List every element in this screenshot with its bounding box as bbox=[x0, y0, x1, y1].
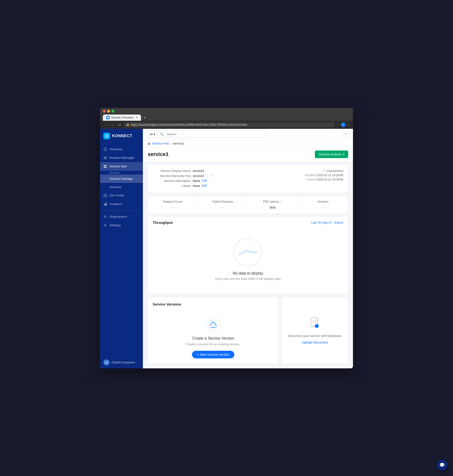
service-actions-button[interactable]: Service Actions ▾ bbox=[315, 150, 348, 158]
labels-value: None bbox=[193, 184, 200, 188]
browser-tab[interactable]: Service | Konnect ✕ bbox=[103, 115, 141, 121]
svg-point-17 bbox=[206, 317, 220, 331]
chart-circle bbox=[234, 238, 262, 266]
overview-label: Overview bbox=[110, 147, 122, 151]
description-edit-link[interactable]: Edit bbox=[202, 179, 207, 182]
service-package-label: Service Package bbox=[110, 177, 133, 181]
created-row: Created 2023-01-11 19:29:40 bbox=[306, 178, 343, 181]
svg-point-2 bbox=[104, 148, 107, 151]
new-version-label: + New service version bbox=[197, 353, 229, 357]
sidebar-item-overview[interactable]: Overview bbox=[100, 145, 143, 154]
sidebar-item-dev-portal[interactable]: Dev Portal bbox=[100, 191, 143, 200]
svg-rect-11 bbox=[104, 204, 105, 205]
runtime-manager-icon bbox=[103, 156, 107, 160]
breadcrumb-service-hub[interactable]: Service Hub bbox=[152, 142, 169, 145]
sidebar-item-settings[interactable]: Settings bbox=[100, 221, 143, 230]
tab-close-btn[interactable]: ✕ bbox=[135, 116, 138, 119]
discovery-key-label: Service Discovery Key bbox=[153, 174, 191, 178]
doc-card: ↑ Document your service with Markdown Up… bbox=[282, 297, 348, 364]
sidebar-item-versions[interactable]: Versions bbox=[100, 183, 143, 191]
svg-text:↑: ↑ bbox=[316, 325, 318, 327]
info-right-panel: ✕ Unpublished Modified 2023-01-11 19:29:… bbox=[248, 169, 343, 189]
description-value: None bbox=[193, 179, 200, 183]
failed-requests-value: — bbox=[202, 205, 244, 210]
service-hub-label: Service Hub bbox=[110, 165, 127, 168]
minimize-dot[interactable] bbox=[107, 110, 110, 113]
profile-avatar[interactable]: C bbox=[341, 122, 346, 127]
throughput-actions: Last 30 days ▾ Export bbox=[311, 221, 343, 224]
labels-row: Labels None Edit bbox=[153, 184, 248, 188]
sidebar: KONNECT Overview Runtime Manager bbox=[100, 129, 143, 368]
forward-button[interactable]: → bbox=[110, 122, 115, 127]
page-title: service1 bbox=[148, 151, 169, 157]
breadcrumb-sep-2: › bbox=[185, 142, 186, 145]
search-input[interactable] bbox=[165, 131, 266, 137]
display-name-label: Service Display Name bbox=[153, 169, 191, 173]
svg-point-1 bbox=[106, 135, 107, 136]
service-versions-card: Service Versions Create a Service Versio… bbox=[148, 297, 279, 364]
upload-document-link[interactable]: Upload document bbox=[302, 341, 328, 344]
bookmark-icon[interactable]: ☆ bbox=[337, 123, 340, 126]
user-profile[interactable]: CA Claudio Acquaviva bbox=[103, 359, 140, 365]
svg-rect-8 bbox=[106, 167, 107, 168]
svg-point-14 bbox=[105, 215, 106, 217]
search-filter[interactable]: All ▾ 🔍 bbox=[147, 131, 266, 138]
modified-label: Modified bbox=[305, 174, 316, 177]
chart-wave-svg bbox=[237, 245, 259, 259]
maximize-dot[interactable] bbox=[112, 110, 114, 113]
sidebar-item-runtime-manager[interactable]: Runtime Manager bbox=[100, 154, 143, 162]
refresh-button[interactable]: ↺ bbox=[117, 122, 122, 127]
request-count-label: Request Count bbox=[152, 200, 194, 203]
sidebar-nav: Overview Runtime Manager Service Hub ser… bbox=[100, 143, 143, 357]
sidebar-bottom: CA Claudio Acquaviva bbox=[100, 357, 143, 368]
unpublished-x-icon: ✕ bbox=[322, 169, 325, 172]
svg-rect-13 bbox=[106, 203, 107, 205]
chat-fab-button[interactable]: 💬 bbox=[437, 460, 447, 470]
modified-row: Modified 2023-01-11 19:29:40 bbox=[305, 174, 343, 177]
breadcrumb-sep-1: › bbox=[170, 142, 171, 145]
modified-value: 2023-01-11 19:29:40 bbox=[317, 174, 343, 177]
settings-icon bbox=[103, 223, 107, 227]
date-filter[interactable]: Last 30 days ▾ bbox=[311, 221, 332, 224]
labels-edit-link[interactable]: Edit bbox=[202, 184, 207, 187]
metrics-card: Request Count — Failed Requests — P99 La… bbox=[148, 196, 348, 214]
svg-point-15 bbox=[105, 225, 106, 226]
user-avatar: CA bbox=[103, 359, 110, 365]
address-bar[interactable]: 🔒 https://cloud.konghq.com/us/servicehub… bbox=[124, 122, 335, 127]
back-button[interactable]: ← bbox=[103, 122, 108, 127]
sidebar-item-service-hub[interactable]: Service Hub bbox=[100, 162, 143, 171]
new-service-version-button[interactable]: + New service version bbox=[192, 351, 234, 358]
status-text: Unpublished bbox=[326, 169, 343, 173]
analytics-icon bbox=[103, 202, 107, 206]
svg-point-0 bbox=[107, 117, 109, 119]
export-button[interactable]: Export bbox=[334, 221, 343, 224]
service-info-card: Service Display Name service1 Service Di… bbox=[148, 165, 348, 193]
versions-section: Service Versions Create a Service Versio… bbox=[148, 297, 348, 364]
display-name-value: service1 bbox=[193, 169, 204, 173]
service-hub-sublabel: service1 bbox=[106, 171, 143, 175]
svg-rect-6 bbox=[106, 165, 107, 166]
doc-text: Document your service with Markdown bbox=[288, 334, 341, 338]
breadcrumb-service1: service1 bbox=[173, 142, 184, 145]
create-version-title: Create a Service Version bbox=[192, 336, 234, 341]
sidebar-item-service-package[interactable]: Service Package bbox=[100, 175, 143, 183]
sidebar-item-organization[interactable]: Organization bbox=[100, 212, 143, 221]
copy-icon[interactable]: ⎘ bbox=[212, 174, 213, 177]
organization-label: Organization bbox=[110, 215, 127, 218]
throughput-title: Throughput bbox=[153, 220, 173, 224]
versions-metric-label: Versions bbox=[302, 200, 344, 203]
empty-service-version-icon bbox=[205, 316, 221, 332]
close-dot[interactable] bbox=[103, 110, 106, 113]
search-filter-label[interactable]: All ▾ bbox=[147, 131, 158, 137]
date-filter-label: Last 30 days bbox=[311, 221, 329, 224]
overview-icon bbox=[103, 147, 107, 151]
versions-label: Versions bbox=[110, 185, 121, 189]
sidebar-item-analytics[interactable]: Analytics bbox=[100, 200, 143, 208]
menu-icon[interactable]: ⋮ bbox=[347, 123, 350, 126]
help-button[interactable]: ? bbox=[342, 131, 349, 137]
chat-icon: 💬 bbox=[439, 462, 445, 468]
new-tab-button[interactable]: + bbox=[142, 115, 148, 121]
create-version-subtitle: Create a version for an existing service… bbox=[186, 343, 240, 346]
throughput-header: Throughput Last 30 days ▾ Export bbox=[153, 220, 343, 224]
description-row: Service Description None Edit bbox=[153, 179, 248, 183]
